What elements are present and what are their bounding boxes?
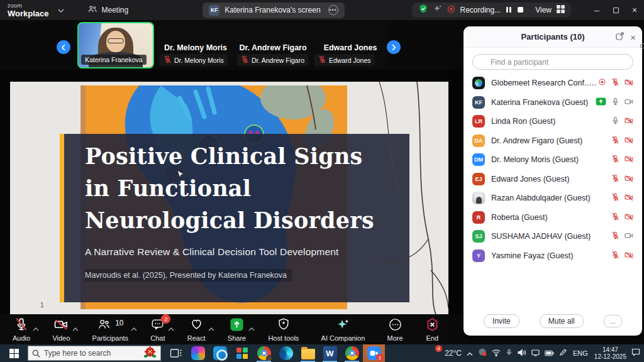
share-caret-icon[interactable]	[248, 322, 255, 334]
participant-cam-icon[interactable]	[625, 116, 633, 127]
clock-time: 14:47	[594, 346, 626, 353]
taskbar-search-input[interactable]	[44, 349, 131, 358]
toolbar-participants-button[interactable]: 10 Participants	[92, 318, 128, 342]
participant-mic-icon[interactable]	[611, 231, 619, 242]
participant-cam-icon[interactable]	[625, 231, 633, 242]
participant-cam-icon[interactable]	[625, 97, 633, 108]
taskbar-app-outlook[interactable]	[209, 344, 231, 362]
taskbar-clock[interactable]: 14:47 12-12-2025	[594, 346, 626, 360]
toolbar-video-button[interactable]: Video	[52, 318, 70, 342]
language-indicator[interactable]: ENG	[573, 349, 588, 357]
tray-display-icon[interactable]	[531, 348, 540, 359]
taskbar-app-store[interactable]	[231, 344, 253, 362]
maximize-button[interactable]	[606, 0, 625, 20]
taskbar-app-zoom[interactable]: 2	[363, 344, 385, 362]
taskbar-app-edge[interactable]	[275, 344, 297, 362]
toolbar-audio-button[interactable]: Audio	[13, 318, 30, 342]
toolbar-ai-companion-button[interactable]: AI Companion	[321, 318, 365, 342]
participant-cam-icon[interactable]	[625, 135, 633, 146]
battery-icon[interactable]	[545, 348, 554, 359]
zoom-recording-tray-icon[interactable]	[478, 348, 487, 359]
taskbar-app-chrome-profile[interactable]	[253, 344, 275, 362]
minimize-button[interactable]: –	[587, 0, 606, 20]
participant-mic-icon[interactable]	[611, 173, 619, 185]
taskbar-app-word[interactable]: W	[319, 344, 341, 362]
participant-mic-icon[interactable]	[611, 192, 619, 204]
participants-caret-icon[interactable]	[131, 322, 137, 334]
pause-recording-icon[interactable]	[506, 4, 512, 16]
participant-mic-icon[interactable]	[611, 116, 619, 127]
tab-options-icon[interactable]: •••	[328, 5, 338, 15]
toolbar-end-button[interactable]: End	[425, 318, 440, 342]
toolbar-react-button[interactable]: React	[187, 318, 206, 342]
tray-chevron-up-icon[interactable]	[467, 348, 473, 359]
next-participants-button[interactable]	[387, 40, 401, 54]
mute-all-button[interactable]: Mute all	[540, 314, 584, 328]
video-tile-remote[interactable]: Dr. Melony Moris Dr. Melony Moris	[157, 22, 234, 69]
participant-mic-icon[interactable]	[611, 77, 619, 89]
toolbar-more-button[interactable]: More	[387, 318, 403, 342]
participant-mic-icon[interactable]	[611, 250, 619, 261]
weather-icon[interactable]: 4	[428, 348, 440, 359]
notification-center-icon[interactable]	[631, 348, 640, 359]
start-button[interactable]	[0, 344, 28, 362]
taskbar-app-file-explorer[interactable]	[297, 344, 319, 362]
audio-caret-icon[interactable]	[33, 322, 39, 334]
participant-cam-icon[interactable]	[625, 250, 633, 261]
pen-icon[interactable]	[559, 348, 567, 359]
participant-mic-icon[interactable]	[611, 212, 619, 223]
security-shield-icon[interactable]	[418, 4, 428, 16]
participant-row[interactable]: RRoberta (Guest)	[464, 208, 642, 228]
participant-row[interactable]: Razan Alabdulqader (Guest)	[464, 189, 642, 208]
react-caret-icon[interactable]	[208, 322, 214, 334]
toolbar-share-button[interactable]: Share	[228, 318, 246, 342]
more-options-button[interactable]: ...	[604, 315, 622, 327]
video-tile-remote[interactable]: Dr. Andrew Figaro Dr. Andrew Figaro	[235, 22, 311, 69]
tab-meeting[interactable]: Meeting	[88, 5, 129, 15]
video-caret-icon[interactable]	[72, 322, 79, 334]
participant-cam-icon[interactable]	[625, 154, 633, 165]
close-button[interactable]: ×	[625, 0, 644, 20]
taskbar-app-chrome[interactable]	[341, 344, 363, 362]
participant-row[interactable]: KFKaterina Franekova (Guest)	[464, 93, 642, 112]
participant-cam-icon[interactable]	[625, 192, 633, 204]
stop-recording-icon[interactable]	[517, 4, 524, 16]
video-tile-active-speaker[interactable]: Katerina Franekova	[77, 22, 154, 69]
video-label: Video	[52, 334, 70, 342]
toolbar-chat-button[interactable]: 2 Chat	[150, 318, 165, 342]
previous-participants-button[interactable]	[57, 40, 70, 54]
participant-row[interactable]: DADr. Andrew Figaro (Guest)	[464, 131, 642, 151]
close-panel-icon[interactable]: ×	[630, 32, 636, 43]
poinsettia-icon	[143, 346, 157, 361]
participant-cam-icon[interactable]	[625, 212, 633, 223]
participant-row[interactable]: YYasmine Fayaz (Guest)	[464, 246, 642, 266]
taskbar-search[interactable]	[28, 346, 161, 361]
participant-row[interactable]: EJEdward Jones (Guest)	[464, 170, 642, 189]
participant-mic-icon[interactable]	[611, 135, 619, 146]
participant-row[interactable]: Globemeet Research Conf... (Host, me)	[464, 74, 642, 93]
participant-row[interactable]: LRLinda Ron (Guest)	[464, 112, 642, 131]
toolbar-host-tools-button[interactable]: Host tools	[268, 318, 299, 342]
temperature-label[interactable]: 22°C	[445, 349, 462, 358]
tab-shared-screen[interactable]: KF Katerina Franekova's screen •••	[203, 3, 344, 18]
taskbar-app-task-view[interactable]	[165, 344, 187, 362]
participant-mic-icon[interactable]	[611, 97, 619, 108]
chat-caret-icon[interactable]	[168, 322, 174, 334]
participant-search-input[interactable]	[472, 54, 633, 70]
participant-row[interactable]: DMDr. Melony Moris (Guest)	[464, 150, 642, 170]
participant-cam-icon[interactable]	[625, 173, 633, 185]
view-label[interactable]: View	[535, 6, 552, 14]
view-grid-icon[interactable]	[557, 4, 565, 16]
tray-volume-icon[interactable]	[518, 348, 526, 359]
chevron-down-icon[interactable]	[58, 7, 64, 14]
participant-cam-icon[interactable]	[625, 77, 633, 89]
tray-mic-icon[interactable]	[506, 348, 513, 359]
participant-row[interactable]: SJSUSHAMA JADHAV (Guest)	[464, 227, 642, 246]
network-icon[interactable]	[492, 348, 501, 359]
pop-out-icon[interactable]	[616, 31, 624, 43]
taskbar-app-copilot[interactable]	[187, 344, 209, 362]
video-tile-remote[interactable]: Edward Jones Edward Jones	[312, 22, 389, 69]
invite-button[interactable]: Invite	[484, 314, 519, 328]
ai-sparkle-icon[interactable]	[433, 4, 442, 16]
participant-mic-icon[interactable]	[611, 154, 619, 165]
